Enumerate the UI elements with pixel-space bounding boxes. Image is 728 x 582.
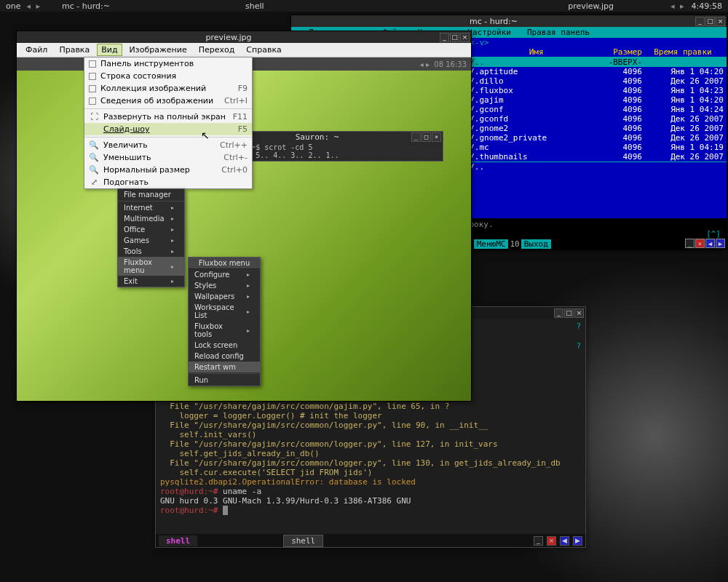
fluxbox-menu-sub[interactable]: Fluxbox menuConfigure▸Styles▸Wallpapers▸… [188, 257, 261, 386]
fb-item[interactable]: Fluxbox tools▸ [189, 321, 260, 340]
fb-item-run[interactable]: Run [189, 375, 260, 386]
menu-item[interactable]: Коллекция изображенийF9 [84, 82, 252, 95]
chevron-right-icon: ▸ [247, 308, 250, 315]
minimize-icon[interactable]: _ [440, 33, 449, 42]
fb-item[interactable]: Styles▸ [189, 280, 260, 291]
menu-item[interactable]: 🔍УменьшитьCtrl+- [84, 151, 252, 164]
fb-item[interactable]: Workspace List▸ [189, 302, 260, 321]
mc-menu-right[interactable]: Правая панель [527, 28, 590, 37]
zoom-icon: 🔍 [89, 153, 99, 162]
checkbox-icon [89, 60, 96, 68]
menu-item[interactable]: Строка состояния [84, 70, 252, 82]
minimize-icon[interactable]: _ [534, 536, 543, 546]
close-icon[interactable]: × [547, 536, 556, 546]
chevron-right-icon: ▸ [171, 278, 174, 284]
table-row[interactable]: /.gconf4096Янв 1 04:24 [467, 105, 727, 114]
fb-item[interactable]: Lock screen [189, 340, 260, 351]
fb-item[interactable]: Tools▸ [118, 246, 184, 257]
menu-item[interactable]: 🔍УвеличитьCtrl++ [84, 139, 252, 151]
maximize-icon[interactable]: □ [705, 17, 715, 26]
menu-file[interactable]: Файл [21, 44, 52, 56]
task-mc[interactable]: mc - hurd:~ [56, 1, 116, 11]
maximize-icon[interactable]: □ [564, 308, 574, 318]
chevron-right-icon: ▸ [171, 237, 174, 244]
maximize-icon[interactable]: □ [450, 33, 459, 42]
fb-item[interactable]: Wallpapers▸ [189, 291, 260, 302]
close-icon[interactable]: × [432, 132, 441, 142]
task-preview[interactable]: preview.jpg [562, 1, 620, 11]
fb-item[interactable]: Restart wm [189, 362, 260, 372]
chevron-right-icon: ▸ [171, 263, 174, 270]
fb-item[interactable]: Reload config [189, 351, 260, 362]
menu-go[interactable]: Переход [194, 44, 240, 56]
mc-menu-opts[interactable]: Настройки [467, 28, 511, 37]
close-icon[interactable]: × [716, 17, 725, 26]
next-icon[interactable]: ▶ [573, 536, 582, 546]
fb-item[interactable]: Games▸ [118, 235, 184, 246]
prev-icon[interactable]: ◀ [705, 239, 715, 248]
fb-item[interactable]: Configure▸ [189, 269, 260, 280]
mc-footer-buttons[interactable]: _ × ◀ ▶ [685, 239, 725, 248]
minimize-icon[interactable]: _ [685, 239, 695, 248]
workspace-label[interactable]: one [0, 1, 26, 11]
term-tab-active[interactable]: shell [159, 535, 197, 546]
table-row[interactable]: /.aptitude4096Янв 1 04:20 [467, 67, 727, 76]
maximize-icon[interactable]: □ [422, 132, 431, 142]
minimize-icon[interactable]: _ [411, 132, 421, 142]
task-shell[interactable]: shell [240, 1, 270, 11]
table-row[interactable]: /.gnome2_private4096Дек 26 2007 [467, 133, 727, 143]
menu-view[interactable]: Вид [97, 44, 122, 56]
close-icon[interactable]: × [460, 33, 470, 42]
eog-titlebar[interactable]: preview.jpg _ □ × [17, 31, 471, 43]
ws-arrows[interactable]: ◂ ▸ [26, 1, 41, 11]
eog-menubar[interactable]: Файл Правка Вид Изображение Переход Спра… [17, 43, 471, 57]
table-row[interactable]: /.gconfd4096Дек 26 2007 [467, 114, 727, 124]
menu-edit[interactable]: Правка [55, 44, 94, 56]
table-row[interactable]: /.fluxbox4096Янв 1 04:23 [467, 86, 727, 95]
mc-panel-right[interactable]: <-v> Имя Размер Время правки /..-ВВЕРХ-/… [465, 38, 727, 218]
prev-icon[interactable]: ◂ [420, 60, 424, 68]
zoom-icon: 🔍 [89, 140, 99, 150]
zoom-icon: ⤢ [89, 178, 99, 187]
fkey[interactable]: 9МенюMC [466, 239, 508, 249]
table-row[interactable]: /.gnome24096Дек 26 2007 [467, 124, 727, 133]
taskbar: one ◂ ▸ mc - hurd:~ shell preview.jpg ◂ … [0, 0, 728, 12]
chevron-right-icon: ▸ [171, 215, 174, 222]
term-tab-inactive[interactable]: shell [283, 535, 323, 547]
fb-item[interactable]: Exit▸ [118, 276, 184, 287]
menu-item[interactable]: Панель инструментов [84, 57, 252, 70]
table-row[interactable]: /.gajim4096Янв 1 04:20 [467, 95, 727, 105]
close-icon[interactable]: × [574, 308, 584, 318]
chevron-right-icon: ▸ [247, 293, 250, 300]
table-row[interactable]: /.mc4096Янв 1 04:19 [467, 143, 727, 152]
menu-item[interactable]: ⤢Подогнать [84, 176, 252, 188]
ws-arrows-right[interactable]: ◂ ▸ [670, 1, 686, 11]
fb-item[interactable]: Internet▸ [118, 202, 184, 213]
menu-item-slideshow[interactable]: Слайд-шоуF5 [84, 123, 252, 135]
fb-item[interactable]: File manager [118, 189, 184, 200]
close-icon[interactable]: × [695, 239, 705, 248]
prev-icon[interactable]: ◀ [560, 536, 569, 546]
term-tabs[interactable]: shell shell _ × ◀ ▶ [156, 534, 585, 547]
next-icon[interactable]: ▸ [426, 60, 430, 68]
fb-item[interactable]: Fluxbox menu▸ [118, 257, 184, 276]
fkey[interactable]: 10Выход [508, 239, 550, 249]
table-row[interactable]: /.dillo4096Дек 26 2007 [467, 76, 727, 86]
table-row[interactable]: /.thumbnails4096Дек 26 2007 [467, 152, 727, 162]
fluxbox-menu-root[interactable]: File managerInternet▸Multimedia▸Office▸G… [117, 188, 185, 287]
fb-item[interactable]: Office▸ [118, 224, 184, 235]
fb-item[interactable]: Multimedia▸ [118, 213, 184, 224]
menu-item[interactable]: 🔍Нормальный размерCtrl+0 [84, 164, 252, 176]
mc-panel-footer: /.. [467, 162, 727, 172]
clock: 4:49:58 [686, 1, 728, 11]
view-dropdown[interactable]: Панель инструментовСтрока состоянияКолле… [84, 57, 253, 189]
menu-help[interactable]: Справка [242, 44, 285, 56]
next-icon[interactable]: ▶ [716, 239, 725, 248]
mc-titlebar[interactable]: mc - hurd:~ _ □ × [291, 15, 727, 27]
minimize-icon[interactable]: _ [554, 308, 563, 318]
minimize-icon[interactable]: _ [695, 17, 705, 26]
menu-item[interactable]: Сведения об изображенииCtrl+I [84, 95, 252, 107]
table-row[interactable]: /..-ВВЕРХ- [467, 57, 727, 67]
menu-image[interactable]: Изображение [125, 44, 191, 56]
menu-item-fullscreen[interactable]: ⛶Развернуть на полный экранF11 [84, 111, 252, 123]
